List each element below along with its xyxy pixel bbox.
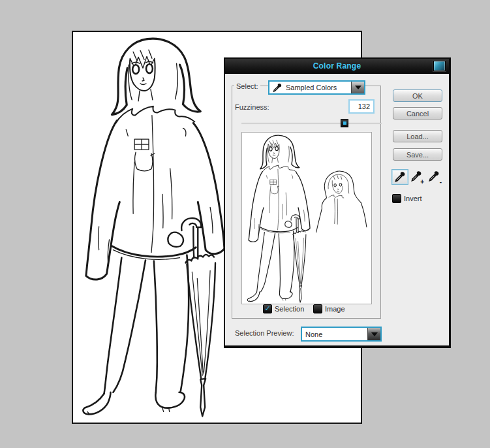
image-radio[interactable] bbox=[313, 304, 322, 313]
slider-track[interactable] bbox=[241, 123, 382, 124]
load-button[interactable]: Load... bbox=[393, 130, 442, 142]
selection-preview-value: None bbox=[302, 330, 367, 338]
select-label: Select: bbox=[234, 82, 260, 90]
eyedropper-icon bbox=[272, 83, 283, 93]
dialog-titlebar[interactable]: Color Range bbox=[225, 59, 449, 74]
cancel-button[interactable]: Cancel bbox=[393, 107, 442, 120]
selection-preview-dropdown-button[interactable] bbox=[367, 328, 380, 340]
selection-preview-thumbnail[interactable] bbox=[241, 132, 372, 304]
fuzziness-value: 132 bbox=[358, 103, 370, 110]
chevron-down-icon bbox=[355, 86, 361, 89]
select-value: Sampled Colors bbox=[283, 84, 351, 91]
selection-preview-dropdown[interactable]: None bbox=[301, 327, 382, 342]
minus-glyph: - bbox=[440, 179, 442, 185]
chevron-down-icon bbox=[371, 332, 378, 336]
invert-label[interactable]: Invert bbox=[404, 195, 422, 202]
selection-radio[interactable]: ✓ bbox=[263, 304, 272, 313]
eyedropper-icon bbox=[394, 171, 406, 183]
selection-preview-label: Selection Preview: bbox=[233, 329, 296, 337]
dialog-title: Color Range bbox=[313, 61, 361, 71]
titlebar-button[interactable] bbox=[433, 61, 446, 71]
eyedropper-minus-tool[interactable]: - bbox=[428, 170, 442, 185]
select-dropdown-button[interactable] bbox=[351, 82, 364, 93]
selection-mask-art bbox=[242, 133, 371, 304]
save-button[interactable]: Save... bbox=[393, 148, 442, 161]
color-range-dialog: Color Range Select: Sampled Colors Fuzzi… bbox=[224, 57, 451, 348]
eyedropper-tool[interactable] bbox=[391, 169, 408, 185]
image-radio-label[interactable]: Image bbox=[325, 305, 345, 313]
select-dropdown[interactable]: Sampled Colors bbox=[268, 80, 365, 95]
invert-checkbox[interactable] bbox=[392, 194, 401, 203]
check-icon: ✓ bbox=[264, 305, 270, 312]
plus-glyph: + bbox=[420, 179, 424, 185]
fuzziness-input[interactable]: 132 bbox=[348, 99, 375, 114]
fuzziness-label: Fuzziness: bbox=[233, 103, 271, 111]
eyedropper-minus-icon bbox=[428, 170, 440, 182]
slider-handle[interactable] bbox=[341, 119, 348, 127]
selection-radio-label[interactable]: Selection bbox=[275, 305, 304, 313]
fuzziness-slider[interactable] bbox=[241, 119, 382, 128]
ok-button[interactable]: OK bbox=[393, 89, 442, 102]
eyedropper-plus-tool[interactable]: + bbox=[410, 170, 425, 185]
